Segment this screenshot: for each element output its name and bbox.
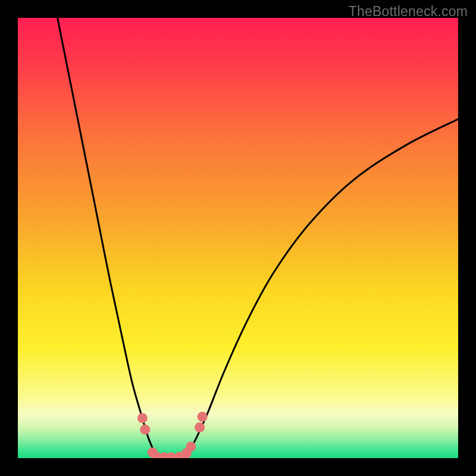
chart-svg	[18, 18, 458, 458]
dot-right-mid	[186, 441, 196, 452]
dot-right-upper	[195, 422, 205, 433]
dot-left-upper2	[140, 424, 150, 434]
plot-area	[18, 18, 458, 458]
watermark-label: TheBottleneck.com	[349, 4, 468, 20]
gradient-background	[18, 18, 458, 458]
dot-left-upper	[137, 413, 148, 423]
dot-right-top	[198, 412, 208, 422]
chart-frame: TheBottleneck.com	[0, 0, 476, 476]
